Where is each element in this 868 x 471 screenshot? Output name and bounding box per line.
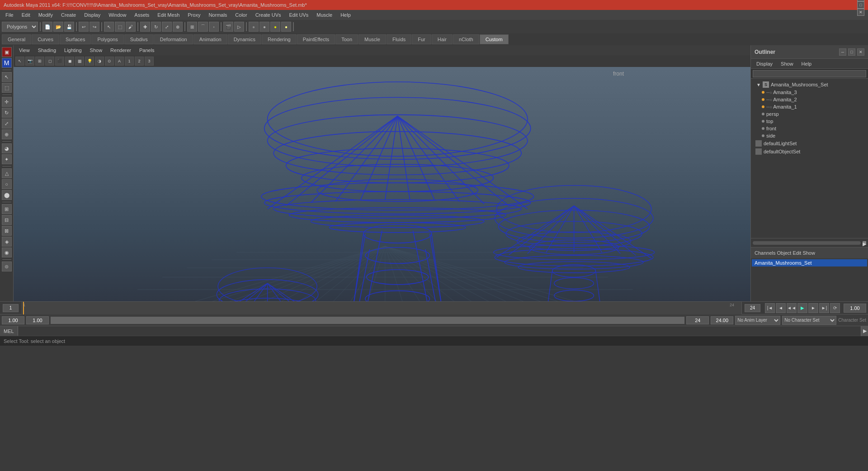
tab-muscle[interactable]: Muscle [359,34,386,44]
vp-select-icon[interactable]: ↖ [15,57,24,66]
outliner-scroll-bar[interactable]: ▶ [751,238,868,247]
light-dim-icon[interactable]: ● [259,22,269,32]
tree-item-side[interactable]: side [751,132,868,139]
vp-res1-icon[interactable]: 1 [125,57,134,66]
pb-play-back[interactable]: ◄◄ [787,303,797,313]
universal-manip-icon[interactable]: ⊕ [173,22,183,32]
light-med-icon[interactable]: ● [270,22,280,32]
selection-mask-icon[interactable]: ▣ [2,47,12,57]
tab-deformation[interactable]: Deformation [154,34,193,44]
scale-icon[interactable]: ⤢ [162,22,172,32]
tab-dynamics[interactable]: Dynamics [228,34,261,44]
snap-point-icon[interactable]: ◦ [209,22,219,32]
save-scene-icon[interactable]: 💾 [64,22,74,32]
select-icon[interactable]: ↖ [104,22,114,32]
tab-animation[interactable]: Animation [193,34,227,44]
paint-icon[interactable]: 🖌 [126,22,136,32]
range-val-input[interactable] [26,316,49,324]
tree-item-top[interactable]: top [751,118,868,125]
vp-aa-icon[interactable]: A [115,57,124,66]
menu-muscle[interactable]: Muscle [313,11,336,19]
render-manip-icon[interactable]: ⊟ [2,215,12,225]
dynamics-manip-icon[interactable]: ⊠ [2,226,12,236]
outliner-maximize[interactable]: □ [848,48,855,56]
range-start-input[interactable] [2,316,24,324]
undo-icon[interactable]: ↩ [79,22,89,32]
redo-icon[interactable]: ↪ [90,22,99,32]
maximize-button[interactable]: □ [857,1,864,9]
vp-shadow-icon[interactable]: ◑ [95,57,104,66]
maya-icon[interactable]: M [2,58,12,68]
menu-help[interactable]: Help [337,11,354,19]
outliner-menu-show[interactable]: Show [777,60,797,67]
navigate-icon[interactable]: ⊚ [2,262,12,271]
menu-edit-uvs[interactable]: Edit UVs [286,11,312,19]
tree-item-amanita-set[interactable]: ▼ S Amanita_Mushrooms_Set [751,81,868,89]
tree-item-front[interactable]: front [751,125,868,132]
menu-create-uvs[interactable]: Create UVs [252,11,285,19]
vp-menu-shading[interactable]: Shading [34,47,60,54]
vp-menu-view[interactable]: View [15,47,33,54]
custom-manip-icon[interactable]: ◉ [2,247,12,257]
character-set-selector[interactable]: No Character Set [782,316,836,325]
paint-weights-icon[interactable]: ⬤ [2,190,12,200]
rotate-icon[interactable]: ↻ [151,22,161,32]
show-manip-icon[interactable]: ⊞ [2,204,12,214]
vp-menu-lighting[interactable]: Lighting [61,47,85,54]
tab-polygons[interactable]: Polygons [91,34,123,44]
tab-ncloth[interactable]: nCloth [453,34,479,44]
pb-loop[interactable]: ⟳ [830,303,840,313]
outliner-search-input[interactable] [753,70,866,77]
vp-menu-show[interactable]: Show [86,47,106,54]
outliner-menu-display[interactable]: Display [753,60,776,67]
tab-toon[interactable]: Toon [335,34,358,44]
outliner-minimize[interactable]: ─ [839,48,846,56]
mode-selector[interactable]: Polygons [2,22,38,32]
ipr-icon[interactable]: ▷ [234,22,244,32]
range-end-input[interactable] [711,316,733,324]
vp-flat-icon[interactable]: ◼ [65,57,74,66]
tree-item-amanita1[interactable]: ─○ Amanita_1 [751,103,868,110]
vp-isolate-icon[interactable]: ⊙ [105,57,114,66]
menu-file[interactable]: File [2,11,17,19]
tree-item-amanita2[interactable]: ─○ Amanita_2 [751,96,868,103]
vp-smooth-icon[interactable]: ⬛ [55,57,64,66]
menu-proxy[interactable]: Proxy [184,11,204,19]
menu-create[interactable]: Create [57,11,80,19]
tab-general[interactable]: General [2,34,31,44]
tree-item-lightset[interactable]: defaultLightSet [751,139,868,147]
timeline-ruler[interactable]: 1 24 [21,302,742,314]
snap-settings-icon[interactable]: ◈ [2,237,12,247]
menu-window[interactable]: Window [105,11,130,19]
range-track[interactable] [51,317,684,324]
pb-step-back[interactable]: ◄ [776,303,786,313]
move-icon[interactable]: ✚ [140,22,150,32]
scale-tool-icon[interactable]: ⤢ [2,119,12,128]
tab-fur[interactable]: Fur [412,34,431,44]
tab-subdivs[interactable]: Subdivs [124,34,154,44]
vp-menu-renderer[interactable]: Renderer [107,47,135,54]
pb-step-forward[interactable]: ► [808,303,818,313]
tab-fluids[interactable]: Fluids [387,34,411,44]
light-off-icon[interactable]: ● [249,22,259,32]
timeline-start-input[interactable] [3,304,19,312]
create-joint-icon[interactable]: ○ [2,179,12,189]
viewport-canvas[interactable]: X Y Z front front [14,67,750,301]
tree-item-persp[interactable]: persp [751,110,868,118]
tab-rendering[interactable]: Rendering [262,34,297,44]
vp-res2-icon[interactable]: 2 [135,57,144,66]
lasso-icon[interactable]: ⬚ [115,22,125,32]
tab-custom[interactable]: Custom [480,34,509,44]
vp-light-icon[interactable]: 💡 [85,57,94,66]
range-end-val-input[interactable] [686,316,709,324]
tree-item-amanita3[interactable]: ─○ Amanita_3 [751,89,868,96]
move-tool-icon[interactable]: ✛ [2,97,12,107]
pb-play-forward[interactable]: ▶ [797,303,807,313]
anim-layer-selector[interactable]: No Anim Layer [735,316,780,325]
menu-normals[interactable]: Normals [205,11,231,19]
sculpt-icon[interactable]: ✦ [2,154,12,164]
vp-menu-panels[interactable]: Panels [136,47,158,54]
new-scene-icon[interactable]: 📄 [42,22,52,32]
create-poly-icon[interactable]: △ [2,168,12,178]
menu-edit[interactable]: Edit [18,11,34,19]
